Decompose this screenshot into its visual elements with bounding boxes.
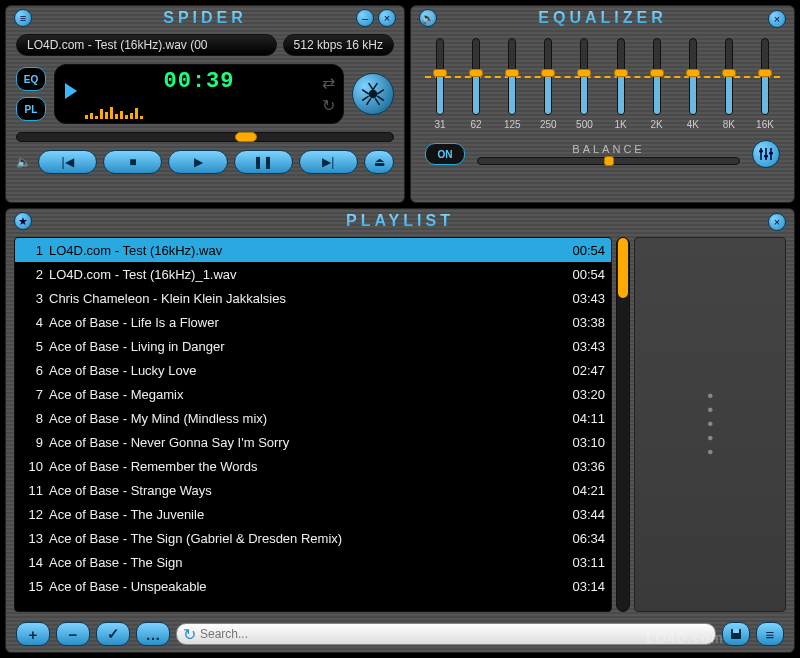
select-button[interactable]: ✓ (96, 622, 130, 646)
playlist-row-number: 2 (21, 267, 43, 282)
playlist-row-number: 14 (21, 555, 43, 570)
playlist-row[interactable]: 4Ace of Base - Life Is a Flower03:38 (15, 310, 611, 334)
eq-band-label: 125 (504, 119, 521, 130)
shuffle-icon[interactable]: ⇄ (322, 73, 335, 92)
playlist-row[interactable]: 14Ace of Base - The Sign03:11 (15, 550, 611, 574)
playlist-scrollbar[interactable] (616, 237, 630, 612)
playlist-row-number: 5 (21, 339, 43, 354)
playlist-row-title: Ace of Base - The Sign (49, 555, 557, 570)
playlist-row-title: Ace of Base - Never Gonna Say I'm Sorry (49, 435, 557, 450)
repeat-icon[interactable]: ↻ (322, 96, 335, 115)
playlist-row-title: Ace of Base - Life Is a Flower (49, 315, 557, 330)
eject-button[interactable]: ⏏ (364, 150, 394, 174)
playlist-row[interactable]: 3Chris Chameleon - Klein Klein Jakkalsie… (15, 286, 611, 310)
search-box[interactable]: ↻ (176, 623, 716, 645)
playlist-list[interactable]: 1LO4D.com - Test (16kHz).wav00:542LO4D.c… (14, 237, 612, 612)
seek-bar[interactable] (16, 132, 394, 142)
eq-sliders: 31621252505001K2K4K8K16K (425, 38, 780, 130)
playlist-row[interactable]: 2LO4D.com - Test (16kHz)_1.wav00:54 (15, 262, 611, 286)
eq-band-16K[interactable]: 16K (750, 38, 780, 130)
playlist-row-duration: 00:54 (557, 243, 605, 258)
playlist-row-title: LO4D.com - Test (16kHz).wav (49, 243, 557, 258)
eq-band-4K[interactable]: 4K (678, 38, 708, 130)
eq-band-label: 31 (434, 119, 445, 130)
playlist-title: PLAYLIST (346, 212, 454, 230)
playlist-row[interactable]: 1LO4D.com - Test (16kHz).wav00:54 (15, 238, 611, 262)
eq-band-1K[interactable]: 1K (606, 38, 636, 130)
playlist-row[interactable]: 5Ace of Base - Living in Danger03:43 (15, 334, 611, 358)
playlist-row-duration: 04:21 (557, 483, 605, 498)
eq-settings-button[interactable] (752, 140, 780, 168)
eq-band-31[interactable]: 31 (425, 38, 455, 130)
search-input[interactable] (200, 627, 709, 641)
svg-point-0 (369, 90, 378, 99)
eq-band-62[interactable]: 62 (461, 38, 491, 130)
playlist-row-duration: 03:43 (557, 291, 605, 306)
next-button[interactable]: ▶| (299, 150, 358, 174)
playlist-row-title: Ace of Base - The Sign (Gabriel & Dresde… (49, 531, 557, 546)
playlist-row[interactable]: 11Ace of Base - Strange Ways04:21 (15, 478, 611, 502)
playlist-row[interactable]: 15Ace of Base - Unspeakable03:14 (15, 574, 611, 598)
player-panel: ≡ SPIDER – × LO4D.com - Test (16kHz).wav… (5, 5, 405, 203)
visualizer (85, 103, 143, 119)
playlist-row-duration: 03:11 (557, 555, 605, 570)
playlist-row-number: 12 (21, 507, 43, 522)
playlist-side-panel[interactable]: • • • • • (634, 237, 786, 612)
playlist-row[interactable]: 12Ace of Base - The Juvenile03:44 (15, 502, 611, 526)
track-name-display: LO4D.com - Test (16kHz).wav (00 (16, 34, 277, 56)
playlist-star-icon[interactable]: ★ (14, 212, 32, 230)
close-button[interactable]: × (378, 9, 396, 27)
menu-icon[interactable]: ≡ (14, 9, 32, 27)
spider-button[interactable] (352, 73, 394, 115)
eq-band-2K[interactable]: 2K (642, 38, 672, 130)
eq-toggle-button[interactable]: EQ (16, 67, 46, 91)
playlist-row[interactable]: 9Ace of Base - Never Gonna Say I'm Sorry… (15, 430, 611, 454)
eq-on-button[interactable]: ON (425, 143, 465, 165)
play-button[interactable]: ▶ (168, 150, 227, 174)
playlist-save-button[interactable] (722, 622, 750, 646)
playlist-menu-button[interactable]: ≡ (756, 622, 784, 646)
eq-band-250[interactable]: 250 (533, 38, 563, 130)
save-icon (730, 628, 742, 640)
playlist-row-title: LO4D.com - Test (16kHz)_1.wav (49, 267, 557, 282)
eq-band-label: 4K (687, 119, 699, 130)
playlist-row-duration: 03:36 (557, 459, 605, 474)
playlist-row-number: 10 (21, 459, 43, 474)
playlist-row-duration: 02:47 (557, 363, 605, 378)
remove-button[interactable]: − (56, 622, 90, 646)
refresh-icon[interactable]: ↻ (183, 625, 196, 644)
playlist-row[interactable]: 8Ace of Base - My Mind (Mindless mix)04:… (15, 406, 611, 430)
seek-knob[interactable] (235, 132, 257, 142)
playlist-row-number: 11 (21, 483, 43, 498)
playlist-row[interactable]: 6Ace of Base - Lucky Love02:47 (15, 358, 611, 382)
playlist-close-button[interactable]: × (768, 213, 786, 231)
stop-button[interactable]: ■ (103, 150, 162, 174)
eq-band-500[interactable]: 500 (569, 38, 599, 130)
elapsed-time: 00:39 (63, 69, 335, 94)
playlist-row-duration: 06:34 (557, 531, 605, 546)
playlist-row[interactable]: 10Ace of Base - Remember the Words03:36 (15, 454, 611, 478)
playlist-row-duration: 00:54 (557, 267, 605, 282)
bitrate-display: 512 kbps 16 kHz (283, 34, 394, 56)
playlist-scroll-thumb[interactable] (618, 238, 628, 298)
balance-slider[interactable] (477, 157, 740, 165)
playlist-row-number: 1 (21, 243, 43, 258)
playlist-row[interactable]: 7Ace of Base - Megamix03:20 (15, 382, 611, 406)
pl-toggle-button[interactable]: PL (16, 97, 46, 121)
volume-icon[interactable]: 🔈 (16, 155, 32, 169)
prev-button[interactable]: |◀ (38, 150, 97, 174)
eq-close-button[interactable]: × (768, 10, 786, 28)
eq-band-label: 8K (723, 119, 735, 130)
eq-band-125[interactable]: 125 (497, 38, 527, 130)
eq-speaker-icon[interactable]: 🔊 (419, 9, 437, 27)
eq-band-label: 62 (471, 119, 482, 130)
add-button[interactable]: + (16, 622, 50, 646)
eq-band-8K[interactable]: 8K (714, 38, 744, 130)
minimize-button[interactable]: – (356, 9, 374, 27)
pause-button[interactable]: ❚❚ (234, 150, 293, 174)
playlist-row[interactable]: 13Ace of Base - The Sign (Gabriel & Dres… (15, 526, 611, 550)
balance-knob[interactable] (604, 156, 614, 166)
more-button[interactable]: … (136, 622, 170, 646)
playlist-row-title: Ace of Base - My Mind (Mindless mix) (49, 411, 557, 426)
player-title: SPIDER (163, 9, 247, 27)
